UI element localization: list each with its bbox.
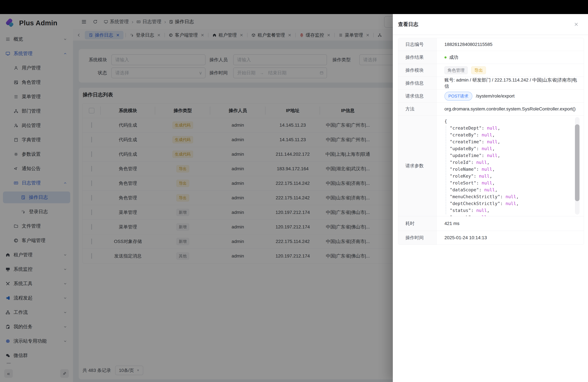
field-value-tags: 角色管理导出 <box>437 64 584 77</box>
detail-row-操作信息: 操作信息账号: admin / 研发部门 / 222.175.114.242 /… <box>398 77 584 89</box>
field-label: 操作时间 <box>398 231 437 245</box>
detail-row-操作时间: 操作时间2025-01-24 10:14:13 <box>398 231 584 245</box>
detail-row-日志编号: 日志编号1882612840802115585 <box>398 38 584 51</box>
field-value: 421 ms <box>437 216 584 231</box>
field-value: org.dromara.system.controller.system.Sys… <box>437 103 584 115</box>
close-icon[interactable] <box>574 22 579 27</box>
close-icon <box>574 22 579 27</box>
field-label: 耗时 <box>398 216 437 231</box>
post-method-badge: POST请求 <box>444 92 472 101</box>
detail-row-操作模块: 操作模块角色管理导出 <box>398 64 584 77</box>
view-log-drawer: 查看日志 日志编号1882612840802115585操作结果成功操作模块角色… <box>393 14 588 382</box>
detail-row-请求参数: 请求参数{ "createDept": null, "createBy": nu… <box>398 115 584 216</box>
field-value-request: POST请求/system/role/export <box>437 90 584 103</box>
detail-row-耗时: 耗时421 ms <box>398 216 584 231</box>
log-detail-table: 日志编号1882612840802115585操作结果成功操作模块角色管理导出操… <box>398 38 584 245</box>
field-label: 请求参数 <box>398 116 437 216</box>
indent-guide <box>446 126 446 214</box>
field-label: 操作信息 <box>398 77 437 89</box>
field-label: 操作结果 <box>398 51 437 64</box>
field-label: 操作模块 <box>398 64 437 77</box>
field-label: 日志编号 <box>398 38 437 51</box>
detail-row-操作结果: 操作结果成功 <box>398 51 584 64</box>
drawer-header: 查看日志 <box>393 14 588 35</box>
field-label: 请求信息 <box>398 90 437 103</box>
field-label: 方法 <box>398 103 437 115</box>
request-params-json[interactable]: { "createDept": null, "createBy": null, … <box>437 116 584 216</box>
success-dot-icon <box>444 56 446 59</box>
json-code: { "createDept": null, "createBy": null, … <box>444 118 572 216</box>
drawer-title: 查看日志 <box>398 21 418 28</box>
field-value: 2025-01-24 10:14:13 <box>437 231 584 245</box>
json-scrollbar-thumb[interactable] <box>575 124 580 201</box>
detail-row-方法: 方法org.dromara.system.controller.system.S… <box>398 103 584 115</box>
field-value: 1882612840802115585 <box>437 38 584 51</box>
json-scrollbar[interactable] <box>575 117 580 214</box>
field-value-status: 成功 <box>437 51 584 64</box>
drawer-body: 日志编号1882612840802115585操作结果成功操作模块角色管理导出操… <box>398 35 584 382</box>
detail-row-请求信息: 请求信息POST请求/system/role/export <box>398 89 584 103</box>
field-value: 账号: admin / 研发部门 / 222.175.114.242 / 中国|… <box>437 77 584 89</box>
